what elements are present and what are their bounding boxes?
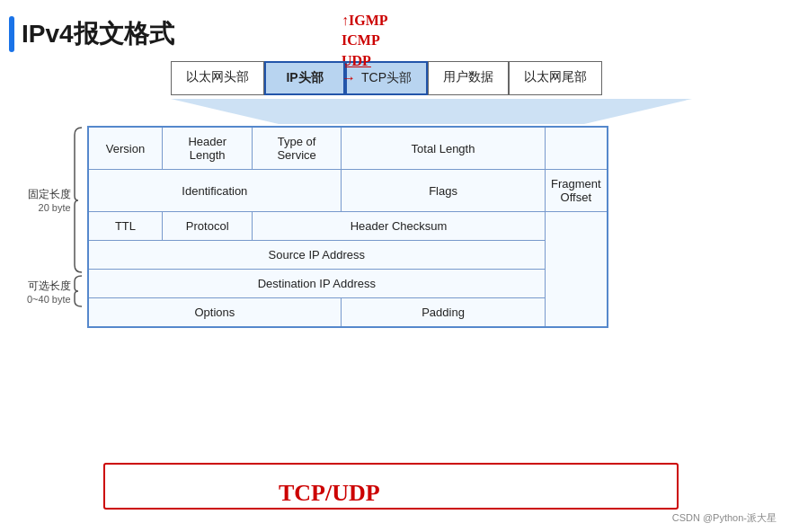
- table-row-3: TTL Protocol Header Checksum: [88, 212, 608, 241]
- diagram-area: 固定长度 20 byte 可选长度 0~40 byte: [0, 124, 790, 328]
- cell-header-checksum: Header Checksum: [253, 212, 546, 241]
- optional-main: 可选长度: [27, 279, 71, 294]
- optional-brace-svg: [73, 274, 84, 308]
- cell-padding: Padding: [342, 298, 546, 328]
- annotation-igmp: ↑IGMP: [342, 11, 388, 31]
- tcp-udp-box: [103, 463, 679, 510]
- fixed-main: 固定长度: [28, 187, 71, 202]
- fixed-label-text: 固定长度 20 byte: [28, 187, 71, 213]
- table-row-1: Version HeaderLength Type ofService Tota…: [88, 127, 608, 170]
- annotation-udp: UDP: [342, 51, 388, 71]
- cell-fragment-offset: Fragment Offset: [545, 170, 607, 212]
- funnel-shape: [72, 99, 790, 124]
- svg-marker-0: [171, 99, 692, 124]
- cell-total-length: Total Length: [342, 127, 546, 170]
- cell-identification: Identification: [88, 170, 342, 212]
- page-container: IPv4报文格式 ↑IGMP ICMP UDP 以太网头部 IP头部→ TCP头…: [0, 0, 790, 532]
- layer-ip-head: IP头部→: [264, 61, 345, 95]
- cell-source-ip: Source IP Address: [88, 241, 546, 270]
- optional-label-row: 可选长度 0~40 byte: [27, 274, 84, 308]
- left-labels: 固定长度 20 byte 可选长度 0~40 byte: [27, 126, 84, 308]
- fixed-brace-svg: [73, 126, 84, 274]
- cell-header-length: HeaderLength: [163, 127, 253, 170]
- table-row-5: Destination IP Address: [88, 270, 608, 298]
- layer-ethernet-head: 以太网头部: [171, 61, 264, 95]
- table-row-4: Source IP Address: [88, 241, 608, 270]
- blue-accent: [9, 16, 14, 52]
- fixed-label-row: 固定长度 20 byte: [28, 126, 84, 274]
- layer-ethernet-tail: 以太网尾部: [509, 61, 602, 95]
- ip-header-table: Version HeaderLength Type ofService Tota…: [87, 126, 608, 328]
- funnel-svg: [171, 99, 692, 124]
- header: IPv4报文格式: [0, 0, 790, 61]
- cell-options: Options: [88, 298, 342, 328]
- cell-type-of-service: Type ofService: [253, 127, 342, 170]
- table-row-6: Options Padding: [88, 298, 608, 328]
- cell-destination-ip: Destination IP Address: [88, 270, 546, 298]
- handwritten-annotations: ↑IGMP ICMP UDP: [342, 11, 388, 71]
- cell-protocol: Protocol: [163, 212, 253, 241]
- optional-label-text: 可选长度 0~40 byte: [27, 279, 71, 305]
- optional-sub: 0~40 byte: [27, 294, 71, 305]
- watermark: CSDN @Python-派大星: [672, 511, 777, 525]
- layer-user-data: 用户数据: [428, 61, 509, 95]
- page-title: IPv4报文格式: [22, 17, 174, 51]
- annotation-icmp: ICMP: [342, 31, 388, 50]
- cell-ttl: TTL: [88, 212, 163, 241]
- cell-flags: Flags: [342, 170, 546, 212]
- table-row-2: Identification Flags Fragment Offset: [88, 170, 608, 212]
- fixed-sub: 20 byte: [28, 202, 71, 213]
- tcp-udp-label: TCP/UDP: [279, 480, 380, 507]
- cell-version: Version: [88, 127, 163, 170]
